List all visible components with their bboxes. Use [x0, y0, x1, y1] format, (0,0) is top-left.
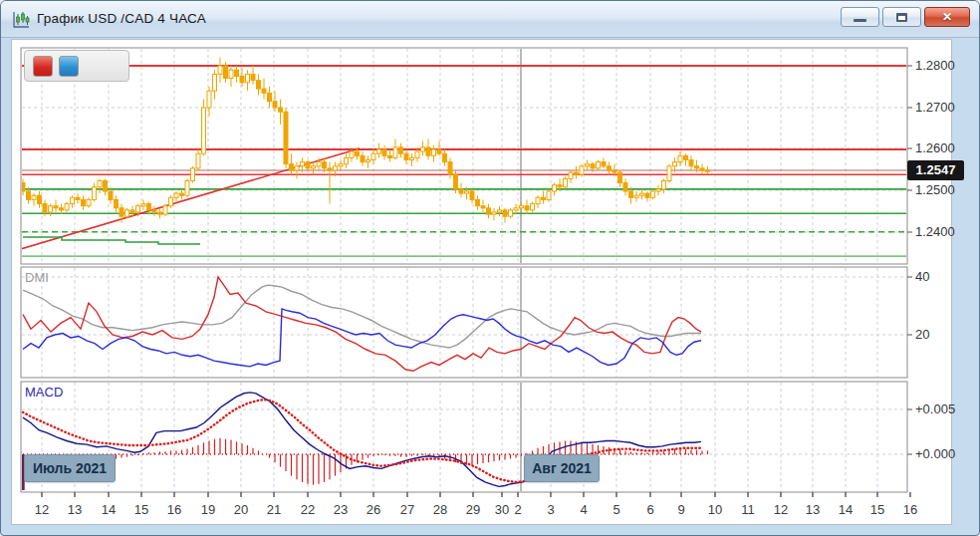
price-axis-label: 1.2400	[915, 224, 955, 239]
x-axis-day-label: 3	[537, 502, 565, 517]
x-axis-day-label: 16	[160, 502, 188, 517]
maximize-icon	[896, 13, 907, 22]
candlestick-chart-icon	[11, 10, 31, 30]
current-price-tag: 1.2547	[907, 160, 964, 180]
month-label: Авг 2021	[524, 454, 600, 482]
x-axis-day-label: 27	[393, 502, 421, 517]
price-axis-label: 1.2700	[915, 100, 955, 115]
x-axis-day-label: 28	[426, 502, 454, 517]
x-axis-day-label: 5	[603, 502, 630, 517]
price-axis-label: 1.2500	[915, 182, 955, 197]
maximize-button[interactable]	[882, 7, 921, 27]
x-axis-day-label: 15	[127, 502, 155, 517]
x-axis-day-label: 16	[896, 502, 924, 517]
close-button[interactable]: ✕	[924, 7, 970, 27]
blue-square-button[interactable]	[59, 56, 79, 77]
window-title: График USD /CAD 4 ЧАСА	[37, 11, 206, 26]
x-axis-day-label: 19	[194, 502, 222, 517]
x-axis-day-label: 23	[327, 502, 355, 517]
price-axis-label: 1.2800	[915, 58, 955, 73]
x-axis-day-label: 13	[61, 502, 89, 517]
x-axis-day-label: 6	[636, 502, 664, 517]
chart-toolbar	[24, 50, 129, 82]
macd-axis-label: +0.005	[915, 402, 955, 416]
x-axis-day-label: 4	[570, 502, 598, 517]
minimize-icon	[854, 19, 866, 22]
x-axis-day-label: 21	[260, 502, 288, 517]
x-axis-day-label: 29	[459, 502, 487, 517]
x-axis-day-label: 2	[504, 502, 532, 517]
month-label: Июль 2021	[24, 454, 116, 482]
red-square-button[interactable]	[33, 56, 53, 77]
app-window: График USD /CAD 4 ЧАСА ✕ DMI MACD 1.2547…	[0, 0, 980, 536]
x-axis-day-label: 26	[360, 502, 387, 517]
minimize-button[interactable]	[841, 7, 879, 27]
x-axis-day-label: 10	[701, 502, 729, 517]
chart-client-area[interactable]	[11, 39, 952, 525]
dmi-axis-label: 20	[915, 327, 929, 342]
x-axis-day-label: 11	[734, 502, 762, 517]
x-axis-day-label: 13	[799, 502, 827, 517]
x-axis-day-label: 12	[767, 502, 795, 517]
macd-panel-label: MACD	[25, 385, 63, 400]
x-axis-day-label: 14	[832, 502, 859, 517]
x-axis-day-label: 15	[863, 502, 891, 517]
window-titlebar[interactable]: График USD /CAD 4 ЧАСА ✕	[1, 1, 979, 38]
x-axis-day-label: 22	[294, 502, 322, 517]
x-axis-day-label: 12	[28, 502, 56, 517]
price-axis-label: 1.2600	[915, 140, 955, 155]
close-icon: ✕	[942, 11, 952, 23]
dmi-panel-label: DMI	[25, 270, 49, 285]
x-axis-day-label: 14	[95, 502, 122, 517]
window-controls: ✕	[841, 7, 970, 27]
macd-axis-label: +0.000	[915, 446, 955, 461]
x-axis-day-label: 9	[667, 502, 695, 517]
x-axis-day-label: 20	[227, 502, 255, 517]
dmi-axis-label: 40	[915, 269, 929, 284]
